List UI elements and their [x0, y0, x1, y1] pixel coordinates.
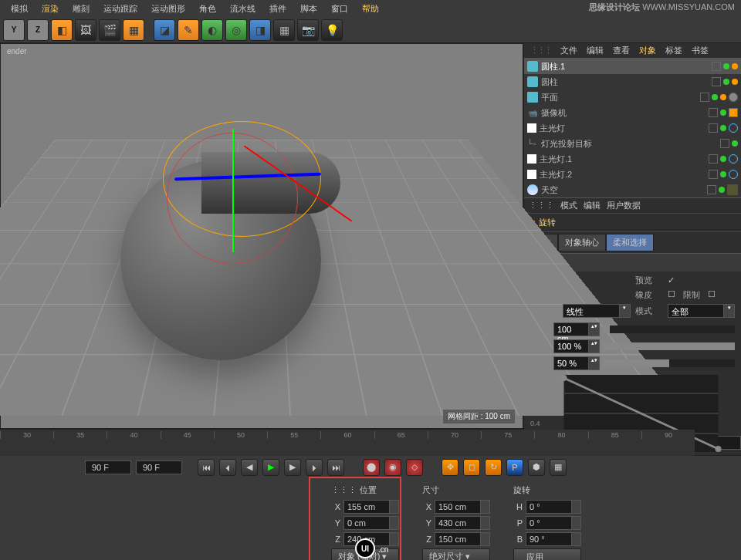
light-icon[interactable]: 💡 — [321, 19, 343, 41]
frame-a-input[interactable]: 90 F — [85, 460, 131, 474]
generator-icon[interactable]: ◎ — [225, 19, 247, 41]
pen-icon[interactable]: ✎ — [178, 19, 199, 41]
obj-row-lighttarget[interactable]: └◦灯光投射目标 — [524, 136, 741, 151]
obj-tab-object[interactable]: 对象 — [636, 43, 659, 58]
menu-window[interactable]: 窗口 — [325, 1, 354, 17]
size-mode-dd[interactable]: 绝对尺寸 ▾ — [422, 548, 490, 560]
play-btn[interactable]: ▶ — [262, 459, 279, 476]
axis-y-btn[interactable]: Y — [3, 19, 25, 41]
menu-sim[interactable]: 模拟 — [5, 1, 34, 17]
input-strength[interactable]: 100 %▴▾ — [553, 339, 600, 353]
param-key-btn[interactable]: P — [506, 459, 523, 476]
pos-key-btn[interactable]: ✥ — [442, 459, 458, 476]
pla-key-btn[interactable]: ⬢ — [528, 459, 545, 476]
frame-b-input[interactable]: 90 F — [136, 460, 182, 474]
svg-point-4 — [561, 375, 567, 381]
camera-obj-icon: 📹 — [527, 107, 538, 118]
clapper-icon[interactable]: 🎬 — [99, 19, 120, 41]
size-y-input[interactable]: 430 cm — [435, 516, 490, 530]
prim-cube-icon[interactable]: ◪ — [154, 19, 175, 41]
rot-key-btn[interactable]: ↻ — [485, 459, 502, 476]
input-radius[interactable]: 100 cm▴▾ — [553, 322, 600, 336]
chk-rubber[interactable]: ☐ — [668, 289, 675, 301]
chk-limit[interactable]: ☐ — [708, 289, 716, 301]
obj-row-sky[interactable]: 天空 — [524, 182, 741, 197]
camera-icon[interactable]: 📷 — [297, 19, 319, 41]
nurbs-icon[interactable]: ◐ — [201, 19, 223, 41]
size-x-input[interactable]: 150 cm — [435, 500, 490, 514]
axis-z-btn[interactable]: Z — [27, 19, 49, 41]
panel-grip-icon[interactable]: ⋮⋮⋮ — [527, 44, 554, 57]
sky-icon — [527, 184, 538, 195]
rot-b-input[interactable]: 90 ° — [526, 532, 581, 546]
size-z-input[interactable]: 150 cm — [435, 532, 490, 546]
obj-row-plane[interactable]: 平面 — [524, 89, 741, 105]
subtab-objaxis[interactable]: 对象轴心 — [558, 234, 606, 251]
dd-falloff[interactable]: 线性▾ — [563, 304, 631, 318]
ui-cn-logo: UI — [355, 538, 375, 558]
scale-key-btn[interactable]: ◻ — [463, 459, 480, 476]
obj-tab-view[interactable]: 查看 — [610, 43, 633, 58]
hdr-size: 尺寸 — [422, 484, 439, 496]
rot-h-input[interactable]: 0 ° — [526, 500, 581, 514]
image-icon[interactable]: 🖼 — [75, 19, 96, 41]
attr-tab-mode[interactable]: 模式 — [560, 200, 577, 211]
deformer-icon[interactable]: ◨ — [249, 19, 271, 41]
object-manager-list[interactable]: 圆柱.1 圆柱 平面 📹摄像机 主光灯 └◦灯光投射目标 主光灯.1 主光灯.2… — [524, 59, 741, 197]
axis-y-handle[interactable] — [232, 129, 234, 252]
prev-frame-btn[interactable]: ◀ — [241, 459, 258, 476]
menu-sculpt[interactable]: 雕刻 — [66, 1, 96, 17]
ui-cn-text: .cn — [378, 545, 388, 554]
record-btn[interactable]: ⬤ — [363, 459, 380, 476]
chk-preview[interactable]: ✓ — [668, 275, 736, 285]
film-icon[interactable]: ▦ — [123, 19, 144, 41]
autokey-btn[interactable]: ◉ — [384, 459, 401, 476]
menu-script[interactable]: 脚本 — [294, 1, 323, 17]
timeline-ruler[interactable]: 30354045505560657075808590 — [0, 430, 695, 456]
obj-row-cylinder1[interactable]: 圆柱.1 — [524, 59, 741, 74]
menu-plugins[interactable]: 插件 — [263, 1, 293, 17]
prev-key-btn[interactable]: ⏴ — [219, 459, 236, 476]
next-key-btn[interactable]: ⏵ — [306, 459, 323, 476]
menu-help[interactable]: 帮助 — [356, 1, 385, 17]
attr-tab-edit[interactable]: 编辑 — [584, 200, 601, 211]
timeline-view-btn[interactable]: ▦ — [550, 459, 567, 476]
key-btn[interactable]: ◇ — [406, 459, 423, 476]
cube-icon[interactable]: ◧ — [51, 19, 73, 41]
null-obj-icon: └◦ — [527, 139, 538, 148]
menu-pipeline[interactable]: 流水线 — [224, 1, 262, 17]
menu-mograph[interactable]: 运动图形 — [145, 1, 191, 17]
obj-row-light3[interactable]: 主光灯.2 — [524, 167, 741, 182]
menu-mocap[interactable]: 运动跟踪 — [97, 1, 144, 17]
obj-row-light1[interactable]: 主光灯 — [524, 120, 741, 136]
rot-p-input[interactable]: 0 ° — [526, 516, 581, 530]
obj-tab-bookmark[interactable]: 书签 — [689, 43, 712, 58]
obj-tab-edit[interactable]: 编辑 — [584, 43, 607, 58]
menu-character[interactable]: 角色 — [193, 1, 222, 17]
pos-y-input[interactable]: 0 cm — [343, 516, 399, 530]
obj-row-light2[interactable]: 主光灯.1 — [524, 151, 741, 167]
environment-icon[interactable]: ▦ — [273, 19, 295, 41]
attr-tab-userdata[interactable]: 用户数据 — [607, 200, 641, 211]
input-width[interactable]: 50 %▴▾ — [553, 356, 600, 370]
pos-x-input[interactable]: 155 cm — [343, 500, 399, 514]
subtab-softsel[interactable]: 柔和选择 — [606, 234, 654, 251]
menu-render[interactable]: 渲染 — [36, 1, 65, 17]
obj-row-cylinder[interactable]: 圆柱 — [524, 74, 741, 89]
slider-radius[interactable] — [603, 326, 735, 333]
layer-icon[interactable] — [712, 62, 721, 71]
obj-tab-tags[interactable]: 标签 — [662, 43, 685, 58]
goto-end-btn[interactable]: ⏭ — [327, 459, 344, 476]
light-obj-icon — [527, 170, 536, 179]
apply-btn[interactable]: 应用 — [513, 548, 581, 560]
dd-mode[interactable]: 全部▾ — [668, 304, 736, 318]
obj-tab-file[interactable]: 文件 — [557, 43, 580, 58]
obj-row-camera[interactable]: 📹摄像机 — [524, 105, 741, 120]
slider-strength[interactable] — [603, 342, 735, 350]
attribute-manager: ⋮⋮⋮ 模式 编辑 用户数据 ↻旋转 轴向 对象轴心 柔和选择 柔和选择 启用☐… — [524, 197, 741, 455]
slider-width[interactable] — [603, 359, 735, 367]
viewport[interactable]: ender 网格间距 : 100 cm — [0, 43, 523, 429]
panel-grip-icon[interactable]: ⋮⋮⋮ — [529, 201, 554, 211]
next-frame-btn[interactable]: ▶ — [284, 459, 301, 476]
goto-start-btn[interactable]: ⏮ — [198, 459, 215, 476]
